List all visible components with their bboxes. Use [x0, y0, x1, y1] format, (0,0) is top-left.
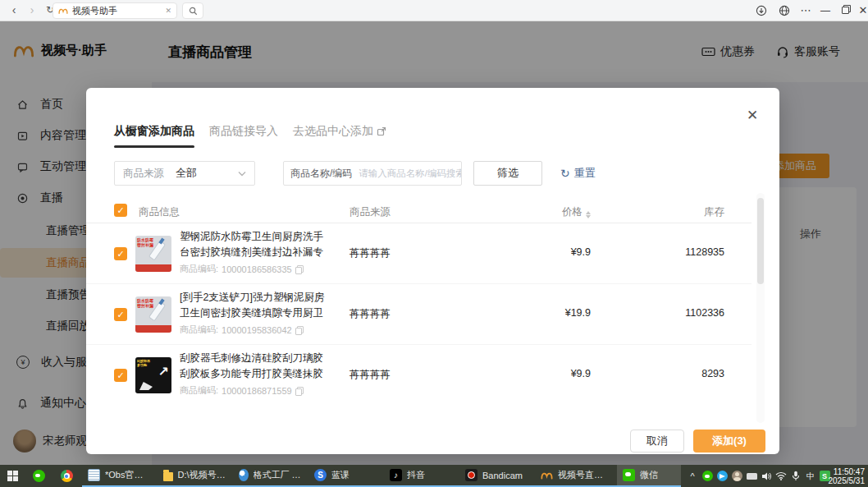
product-image-sealant: 防水防霉 密封补漏 [135, 236, 171, 272]
taskbar-app-wechat-active[interactable]: 微信 [617, 465, 681, 487]
search-input[interactable]: 商品名称/编码 请输入商品名称/编码搜索 [283, 161, 462, 186]
channels-live-icon [541, 469, 553, 481]
taskbar-app-folder[interactable]: D:\视频号直播... [158, 465, 233, 487]
tray-telegram-icon[interactable] [715, 470, 729, 482]
clock-time: 11:50:47 [829, 467, 866, 476]
cancel-button[interactable]: 取消 [630, 430, 684, 453]
bandicam-icon [465, 469, 477, 481]
wechat-window-icon [623, 469, 635, 481]
browser-titlebar: ‹ › ↻ 视频号助手 ✕ ⋯ — ✕ [0, 0, 868, 21]
tray-ime-indicator[interactable]: 中 [804, 470, 817, 482]
browser-tab[interactable]: 视频号助手 ✕ [53, 2, 177, 19]
start-button[interactable] [0, 465, 25, 487]
modal-close-icon[interactable]: ✕ [743, 106, 761, 124]
col-price[interactable]: 价格 [529, 205, 591, 219]
active-tab-underline [114, 145, 194, 148]
copy-icon[interactable] [295, 265, 303, 273]
screen: ‹ › ↻ 视频号助手 ✕ ⋯ — ✕ 视频号·助手 直播商品管理 优惠券 [0, 0, 868, 487]
product-row[interactable]: ✓ 防水防霉 密封补漏 [到手2支送铲刀]强力塑钢泥厨房卫生间密封胶美缝填隙专用… [86, 284, 752, 345]
table-header: ✓ 商品信息 商品来源 价格 库存 [86, 202, 752, 223]
product-price: ¥9.9 [529, 246, 591, 258]
row-checkbox[interactable]: ✓ [114, 308, 127, 321]
product-code: 商品编码: 10000186871559 [180, 384, 303, 397]
select-all-checkbox[interactable]: ✓ [114, 204, 127, 217]
taskbar-app-obs-notes[interactable]: *Obs官网电脑... [82, 465, 158, 487]
col-source: 商品来源 [349, 205, 391, 219]
browser-menu-icon[interactable]: ⋯ [796, 0, 815, 21]
product-code: 商品编码: 10000195836042 [180, 324, 303, 336]
product-stock: 1128935 [652, 246, 724, 258]
tray-speaker-icon[interactable] [760, 470, 773, 482]
product-name: 刮胶器毛刺修边清硅胶刮刀璃胶刮胶板多功能专用打胶美缝抹胶神器 [180, 351, 329, 382]
globe-icon[interactable] [774, 0, 794, 21]
product-source: 苒苒苒苒 [349, 246, 391, 260]
tab-title: 视频号助手 [72, 5, 165, 17]
reset-button[interactable]: ↻ 重置 [560, 166, 596, 181]
taskbar-pin-wechat[interactable] [26, 465, 51, 487]
minimize-button[interactable]: — [815, 0, 835, 21]
refresh-icon: ↻ [560, 167, 570, 180]
tray-account-avatar-icon[interactable] [730, 470, 743, 482]
product-name: 塑钢泥防水防霉卫生间厨房洗手台密封胶填缝剂美缝封边补漏专用胶150ml... [180, 229, 329, 260]
add-product-modal: ✕ 从橱窗添加商品 商品链接导入 去选品中心添加 商品来源 全部 商品名称/编码… [86, 88, 779, 454]
taskbar-app-bandicam[interactable]: Bandicam [459, 465, 535, 487]
product-code: 商品编码: 10000186586335 [180, 263, 303, 275]
source-select-label: 商品来源 [115, 167, 164, 181]
tray-microphone-icon[interactable] [789, 470, 802, 482]
product-row[interactable]: ✓ 刮胶神器 多功能 ↗ 刮胶器毛刺修边清硅胶刮刀璃胶刮胶板多功能专用打胶美缝抹… [86, 345, 752, 406]
folder-icon [163, 472, 173, 481]
taskbar-pin-chrome[interactable] [54, 465, 79, 487]
new-tab-search-button[interactable] [182, 2, 203, 19]
lanke-s-icon: S [314, 469, 327, 481]
modal-scrollbar-track[interactable] [756, 193, 765, 423]
douyin-note-icon: ♪ [390, 469, 402, 481]
row-checkbox[interactable]: ✓ [114, 369, 127, 382]
format-factory-icon [239, 469, 249, 481]
restore-button[interactable] [835, 0, 855, 21]
source-select-value: 全部 [176, 166, 197, 181]
taskbar-app-lanke[interactable]: S 蓝课 [308, 465, 384, 487]
confirm-add-button[interactable]: 添加(3) [693, 430, 765, 453]
forward-icon[interactable]: › [23, 1, 41, 19]
tray-clock[interactable]: 11:50:47 2025/5/31 [829, 467, 866, 485]
taskbar-app-douyin[interactable]: ♪ 抖音 [384, 465, 459, 487]
tray-expand-chevron-icon[interactable]: ^ [686, 470, 699, 482]
tray-wechat-icon[interactable] [701, 470, 714, 482]
col-info: 商品信息 [139, 205, 180, 219]
filter-button[interactable]: 筛选 [473, 161, 542, 186]
product-row[interactable]: ✓ 防水防霉 密封补漏 塑钢泥防水防霉卫生间厨房洗手台密封胶填缝剂美缝封边补漏专… [86, 223, 752, 284]
price-sort-icon[interactable] [586, 211, 591, 218]
product-image-sealant: 防水防霉 密封补漏 [135, 296, 171, 333]
taskbar-app-format-factory[interactable]: 格式工厂 X64 ... [233, 465, 308, 487]
product-source: 苒苒苒苒 [349, 307, 391, 321]
chrome-icon [61, 470, 73, 482]
tab-import-by-link[interactable]: 商品链接导入 [209, 124, 278, 139]
modal-scrollbar-thumb[interactable] [757, 198, 764, 284]
clock-date: 2025/5/31 [829, 476, 866, 485]
col-stock: 库存 [652, 205, 724, 219]
external-link-icon [377, 126, 386, 136]
windows-logo-icon [7, 471, 18, 481]
notepad-icon [88, 469, 100, 481]
row-checkbox[interactable]: ✓ [114, 247, 127, 260]
tab-goto-selection-center[interactable]: 去选品中心添加 [293, 124, 386, 139]
channels-favicon [58, 6, 68, 16]
product-image-scraper: 刮胶神器 多功能 ↗ [135, 357, 171, 393]
wechat-icon [33, 470, 45, 482]
taskbar-app-channels-live[interactable]: 视频号直播伴侣 [535, 465, 617, 487]
product-stock: 8293 [652, 368, 724, 379]
chevron-down-icon [238, 171, 246, 177]
tab-add-from-showcase[interactable]: 从橱窗添加商品 [114, 124, 194, 139]
tray-device-icon[interactable] [745, 470, 758, 482]
source-select[interactable]: 商品来源 全部 [114, 161, 255, 186]
search-input-placeholder: 请输入商品名称/编码搜索 [359, 168, 461, 180]
close-window-button[interactable]: ✕ [853, 0, 868, 21]
product-price: ¥9.9 [529, 368, 591, 379]
tab-close-icon[interactable]: ✕ [165, 7, 171, 15]
tray-wifi-icon[interactable] [774, 470, 788, 482]
download-icon[interactable] [752, 0, 771, 21]
copy-icon[interactable] [295, 326, 303, 334]
product-stock: 1102336 [652, 307, 724, 319]
back-icon[interactable]: ‹ [5, 1, 23, 19]
copy-icon[interactable] [295, 387, 303, 395]
